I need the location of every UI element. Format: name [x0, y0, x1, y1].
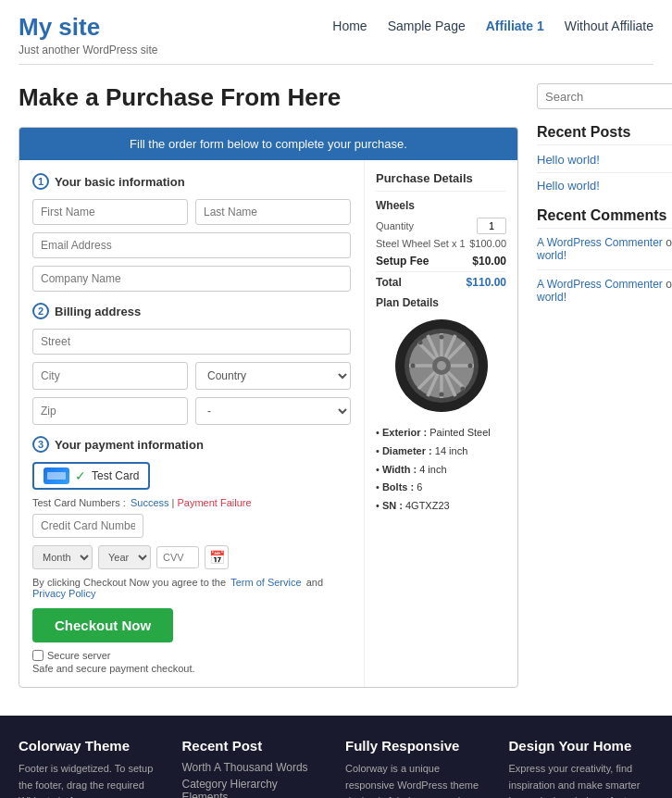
form-left: 1 Your basic information — [19, 160, 365, 687]
footer-col-2-link-1[interactable]: Worth A Thousand Words — [182, 761, 328, 774]
company-input[interactable] — [32, 266, 351, 292]
section-billing-label: 2 Billing address — [32, 303, 351, 319]
footer-col-1-title: Colorway Theme — [19, 738, 164, 754]
comment-author-2[interactable]: A WordPress Commenter — [537, 278, 663, 291]
spec-width: • Width : 4 inch — [376, 461, 506, 480]
success-link[interactable]: Success — [131, 497, 169, 508]
dash-select[interactable]: - — [195, 397, 351, 425]
section-1-title: Your basic information — [55, 175, 185, 189]
check-icon: ✓ — [75, 468, 86, 483]
svg-point-20 — [467, 364, 472, 368]
section-2-title: Billing address — [55, 305, 141, 318]
city-input[interactable] — [32, 362, 188, 390]
footer: Colorway Theme Footer is widgetized. To … — [0, 716, 672, 798]
test-card-label: Test Card Numbers : — [32, 497, 126, 508]
checkout-header: Fill the order form below to complete yo… — [19, 128, 517, 160]
calendar-icon[interactable]: 📅 — [205, 545, 229, 569]
section-2-num: 2 — [32, 303, 49, 319]
failure-link[interactable]: Payment Failure — [178, 497, 252, 508]
last-name-input[interactable] — [195, 199, 351, 225]
comment-on-1: on — [666, 236, 672, 249]
site-title: My site — [19, 13, 158, 42]
footer-col-2: Recent Post Worth A Thousand Words Categ… — [182, 738, 328, 798]
recent-comments-title: Recent Comments — [537, 207, 672, 229]
cvv-input[interactable] — [156, 546, 199, 568]
total-label: Total — [376, 276, 402, 289]
quantity-label: Quantity — [376, 220, 414, 231]
wheel-svg — [381, 315, 502, 417]
plan-title: Plan Details — [376, 296, 506, 309]
nav-sample-page[interactable]: Sample Page — [388, 19, 466, 33]
secure-label: Secure server — [47, 650, 110, 661]
secure-checkbox[interactable] — [32, 650, 44, 661]
footer-col-4-text: Express your creativity, find inspiratio… — [509, 761, 654, 798]
post-link-2[interactable]: Hello world! — [537, 179, 672, 193]
site-brand: My site Just another WordPress site — [19, 13, 158, 56]
footer-col-3: Fully Responsive Colorway is a unique re… — [345, 738, 491, 798]
svg-point-16 — [437, 361, 446, 370]
month-select[interactable]: Month — [32, 545, 93, 569]
safe-text: Safe and secure payment checkout. — [32, 663, 351, 674]
footer-col-4: Design Your Home Express your creativity… — [509, 738, 654, 798]
country-select[interactable]: Country — [195, 362, 351, 390]
checkout-button[interactable]: Checkout Now — [32, 608, 173, 642]
comment-author-1[interactable]: A WordPress Commenter — [537, 236, 663, 249]
spec-sn: • SN : 4GTXZ23 — [376, 497, 506, 516]
section-payment-label: 3 Your payment information — [32, 436, 351, 453]
nav-affiliate-1[interactable]: Affiliate 1 — [486, 19, 544, 33]
year-select[interactable]: Year — [98, 545, 151, 569]
checkout-card: Fill the order form below to complete yo… — [19, 127, 518, 688]
purchase-details: Purchase Details Wheels Quantity Steel W… — [365, 160, 517, 687]
first-name-input[interactable] — [32, 199, 188, 225]
setup-fee-price: $10.00 — [472, 255, 506, 268]
wheel-image — [376, 315, 506, 417]
setup-fee-label: Setup Fee — [376, 255, 429, 268]
total-price: $110.00 — [467, 276, 506, 289]
terms-link[interactable]: Term of Service — [230, 577, 301, 588]
svg-point-22 — [460, 387, 465, 392]
site-tagline: Just another WordPress site — [19, 44, 158, 56]
svg-point-19 — [410, 364, 415, 368]
comment-item-2: A WordPress Commenter on Hello world! — [537, 278, 672, 304]
footer-col-1: Colorway Theme Footer is widgetized. To … — [19, 738, 164, 798]
spec-diameter: • Diameter : 14 inch — [376, 443, 506, 461]
footer-col-3-text: Colorway is a unique responsive WordPres… — [345, 761, 491, 798]
and-text: and — [306, 577, 323, 588]
post-link-1[interactable]: Hello world! — [537, 153, 672, 173]
section-3-num: 3 — [32, 436, 49, 453]
plan-specs-list: • Exterior : Painted Steel • Diameter : … — [376, 424, 506, 516]
payment-badge: ✓ Test Card — [32, 462, 150, 490]
footer-col-1-text: Footer is widgetized. To setup the foote… — [19, 761, 164, 798]
nav-without-affiliate[interactable]: Without Affiliate — [565, 19, 653, 33]
comment-item-1: A WordPress Commenter on Hello world! — [537, 236, 672, 270]
content-area: Make a Purchase From Here Fill the order… — [19, 83, 518, 688]
footer-col-4-title: Design Your Home — [509, 738, 654, 754]
svg-point-18 — [439, 393, 443, 397]
recent-comments-section: Recent Comments A WordPress Commenter on… — [537, 207, 672, 304]
section-basic-info-label: 1 Your basic information — [32, 173, 351, 190]
footer-col-3-title: Fully Responsive — [345, 738, 491, 754]
purchase-details-title: Purchase Details — [376, 171, 506, 192]
section-3-title: Your payment information — [55, 438, 204, 452]
recent-posts-section: Recent Posts Hello world! Hello world! — [537, 124, 672, 193]
svg-point-21 — [417, 341, 422, 345]
item-price: $100.00 — [469, 238, 506, 249]
privacy-link[interactable]: Privacy Policy — [32, 588, 95, 599]
cc-number-input[interactable] — [32, 514, 143, 538]
street-input[interactable] — [32, 329, 351, 355]
footer-col-2-link-2[interactable]: Category Hierarchy Elements — [182, 778, 328, 798]
spec-exterior: • Exterior : Painted Steel — [376, 424, 506, 443]
footer-col-2-title: Recent Post — [182, 738, 328, 754]
sidebar: 🔍 Recent Posts Hello world! Hello world!… — [537, 83, 672, 688]
search-input[interactable] — [545, 90, 672, 104]
zip-input[interactable] — [32, 397, 188, 425]
search-box: 🔍 — [537, 83, 672, 109]
comment-on-2: on — [666, 278, 672, 291]
card-icon — [44, 468, 69, 484]
email-input[interactable] — [32, 232, 351, 258]
footer-grid: Colorway Theme Footer is widgetized. To … — [19, 738, 653, 798]
main-nav: Home Sample Page Affiliate 1 Without Aff… — [332, 13, 653, 33]
item-label: Steel Wheel Set x 1 — [376, 238, 466, 249]
nav-home[interactable]: Home — [332, 19, 367, 33]
quantity-input[interactable] — [477, 218, 506, 234]
